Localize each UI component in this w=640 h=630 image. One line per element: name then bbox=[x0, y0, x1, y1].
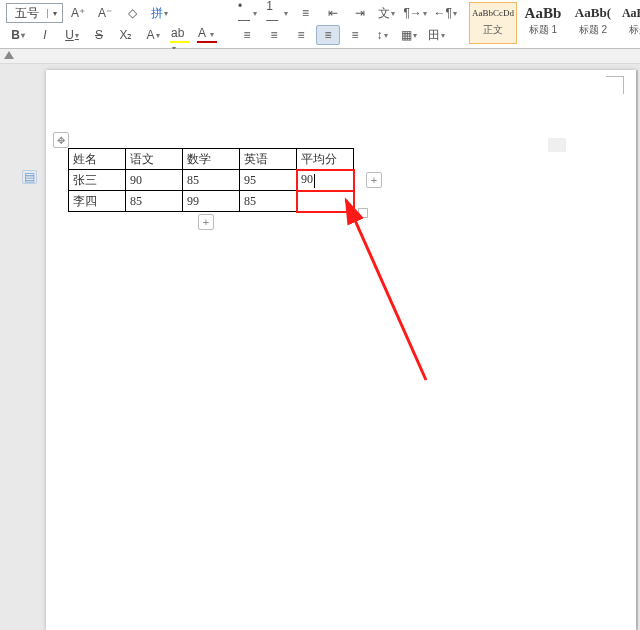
cell-chinese[interactable]: 85 bbox=[126, 191, 183, 212]
ltr-button[interactable]: ¶→ bbox=[402, 3, 429, 23]
th-average[interactable]: 平均分 bbox=[297, 149, 354, 170]
ribbon: 五号 ▾ A⁺ A⁻ ◇ 拼 B I U S X₂ A ab A bbox=[0, 0, 640, 49]
underline-dropdown[interactable]: U bbox=[60, 25, 84, 45]
highlight-icon: ab bbox=[171, 26, 184, 40]
cell-average[interactable] bbox=[297, 191, 354, 212]
page-shadow bbox=[636, 70, 638, 630]
score-table[interactable]: 姓名 语文 数学 英语 平均分 张三 90 85 95 90 李四 bbox=[68, 148, 354, 212]
increase-indent-button[interactable]: ⇥ bbox=[348, 3, 372, 23]
rtl-button[interactable]: ←¶ bbox=[432, 3, 459, 23]
paragraph-group: •— 1— ≡ ⇤ ⇥ 文 ¶→ ←¶ ≡ ≡ ≡ ≡ ≡ ↕ ▦ 田 bbox=[229, 0, 465, 46]
style-item-normal[interactable]: AaBbCcDd 正文 bbox=[469, 2, 517, 44]
highlight-color-button[interactable]: ab bbox=[168, 25, 192, 45]
style-preview: AaBbC( bbox=[620, 3, 640, 23]
font-color-button[interactable]: A bbox=[195, 25, 219, 45]
crop-mark bbox=[623, 76, 624, 94]
font-color-icon: A bbox=[198, 26, 205, 40]
clear-formatting-button[interactable]: ◇ bbox=[120, 3, 144, 23]
subscript-button[interactable]: X₂ bbox=[114, 25, 138, 45]
font-group: 五号 ▾ A⁺ A⁻ ◇ 拼 B I U S X₂ A ab A bbox=[0, 0, 225, 46]
align-justify-button[interactable]: ≡ bbox=[316, 25, 340, 45]
th-math[interactable]: 数学 bbox=[183, 149, 240, 170]
text-effects-button[interactable]: A bbox=[141, 25, 165, 45]
document-area: ▤ ✥ 姓名 语文 数学 英语 平均分 张三 90 85 95 90 bbox=[0, 64, 640, 630]
plus-icon: + bbox=[203, 216, 209, 228]
cell-name[interactable]: 张三 bbox=[69, 170, 126, 191]
style-item-heading2[interactable]: AaBb( 标题 2 bbox=[569, 2, 617, 44]
cell-math[interactable]: 99 bbox=[183, 191, 240, 212]
cell-math[interactable]: 85 bbox=[183, 170, 240, 191]
decrease-indent-button[interactable]: ⇤ bbox=[321, 3, 345, 23]
move-icon: ✥ bbox=[57, 135, 65, 146]
cell-english[interactable]: 85 bbox=[240, 191, 297, 212]
phonetic-guide-button[interactable]: 拼 bbox=[147, 3, 171, 23]
cell-name[interactable]: 李四 bbox=[69, 191, 126, 212]
styles-gallery: AaBbCcDd 正文 AaBb 标题 1 AaBb( 标题 2 AaBbC( … bbox=[469, 0, 640, 44]
shrink-font-button[interactable]: A⁻ bbox=[93, 3, 117, 23]
style-label: 标题 1 bbox=[520, 23, 566, 37]
crop-mark bbox=[606, 76, 624, 77]
line-spacing-button[interactable]: ↕ bbox=[370, 25, 394, 45]
content-control-handle[interactable] bbox=[548, 138, 566, 152]
style-preview: AaBb bbox=[520, 3, 566, 23]
table-header-row: 姓名 语文 数学 英语 平均分 bbox=[69, 149, 354, 170]
th-chinese[interactable]: 语文 bbox=[126, 149, 183, 170]
style-label: 标题 2 bbox=[570, 23, 616, 37]
font-size-combo[interactable]: 五号 ▾ bbox=[6, 3, 63, 23]
grow-font-button[interactable]: A⁺ bbox=[66, 3, 90, 23]
align-right-button[interactable]: ≡ bbox=[289, 25, 313, 45]
numbering-button[interactable]: 1— bbox=[263, 3, 290, 23]
font-color-bar bbox=[197, 41, 217, 43]
svg-line-0 bbox=[346, 200, 426, 380]
style-preview: AaBbCcDd bbox=[470, 3, 516, 23]
cell-chinese[interactable]: 90 bbox=[126, 170, 183, 191]
align-distribute-button[interactable]: ≡ bbox=[343, 25, 367, 45]
asian-layout-button[interactable]: 文 bbox=[375, 3, 399, 23]
add-column-button[interactable]: + bbox=[366, 172, 382, 188]
th-english[interactable]: 英语 bbox=[240, 149, 297, 170]
th-name[interactable]: 姓名 bbox=[69, 149, 126, 170]
page-thumbnail-icon[interactable]: ▤ bbox=[22, 170, 37, 184]
table-row: 李四 85 99 85 bbox=[69, 191, 354, 212]
font-size-value: 五号 bbox=[7, 5, 47, 22]
style-preview: AaBb( bbox=[570, 3, 616, 23]
multilevel-list-button[interactable]: ≡ bbox=[294, 3, 318, 23]
style-label: 正文 bbox=[470, 23, 516, 37]
text-caret bbox=[314, 174, 315, 188]
table-wrap: 姓名 语文 数学 英语 平均分 张三 90 85 95 90 李四 bbox=[68, 148, 354, 212]
ruler-indent-marker[interactable] bbox=[4, 51, 14, 59]
table-row: 张三 90 85 95 90 bbox=[69, 170, 354, 191]
bullets-button[interactable]: •— bbox=[235, 3, 260, 23]
highlight-color-bar bbox=[170, 41, 190, 43]
align-left-button[interactable]: ≡ bbox=[235, 25, 259, 45]
strikethrough-button[interactable]: S bbox=[87, 25, 111, 45]
cell-average-active[interactable]: 90 bbox=[297, 170, 354, 191]
table-resize-handle[interactable] bbox=[358, 208, 368, 218]
page[interactable]: ▤ ✥ 姓名 语文 数学 英语 平均分 张三 90 85 95 90 bbox=[46, 70, 636, 630]
plus-icon: + bbox=[371, 174, 377, 186]
borders-button[interactable]: 田 bbox=[424, 25, 448, 45]
table-move-handle[interactable]: ✥ bbox=[53, 132, 69, 148]
italic-button[interactable]: I bbox=[33, 25, 57, 45]
shading-button[interactable]: ▦ bbox=[397, 25, 421, 45]
cell-english[interactable]: 95 bbox=[240, 170, 297, 191]
cell-text: 90 bbox=[301, 172, 313, 186]
chevron-down-icon: ▾ bbox=[47, 9, 62, 18]
style-item-heading3[interactable]: AaBbC( 标题 3 bbox=[619, 2, 640, 44]
add-row-button[interactable]: + bbox=[198, 214, 214, 230]
align-center-button[interactable]: ≡ bbox=[262, 25, 286, 45]
style-item-heading1[interactable]: AaBb 标题 1 bbox=[519, 2, 567, 44]
ruler[interactable] bbox=[0, 49, 640, 64]
style-label: 标题 3 bbox=[620, 23, 640, 37]
bold-dropdown[interactable]: B bbox=[6, 25, 30, 45]
